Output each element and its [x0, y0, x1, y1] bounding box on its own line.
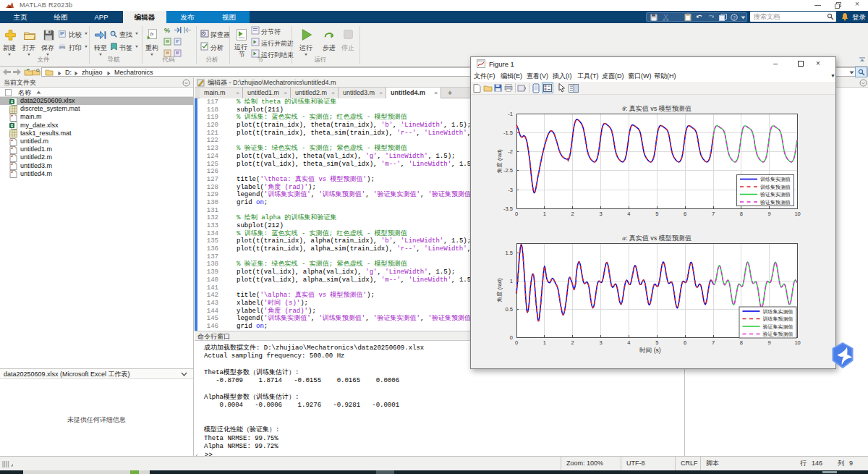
- svg-text:6: 6: [684, 211, 686, 217]
- svg-text:8: 8: [740, 339, 743, 346]
- svg-text:9: 9: [768, 211, 771, 217]
- svg-text:4: 4: [627, 339, 630, 346]
- svg-text:1: 1: [543, 211, 546, 217]
- svg-text:7: 7: [712, 339, 715, 346]
- svg-text:?: ?: [733, 15, 736, 20]
- svg-text:1.5: 1.5: [506, 250, 513, 256]
- svg-text:0.5: 0.5: [506, 306, 513, 313]
- svg-text:5: 5: [655, 211, 658, 217]
- svg-text:2: 2: [571, 339, 574, 346]
- svg-text:角度 (rad): 角度 (rad): [496, 278, 503, 302]
- svg-text:验证集预测值: 验证集预测值: [763, 331, 793, 337]
- svg-text:训练集实测值: 训练集实测值: [763, 309, 793, 315]
- svg-text:5: 5: [655, 339, 658, 346]
- svg-text:训练集预测值: 训练集预测值: [760, 185, 791, 190]
- svg-text:3: 3: [600, 339, 603, 346]
- svg-text:2: 2: [571, 211, 574, 217]
- svg-text:验证集预测值: 验证集预测值: [760, 200, 791, 206]
- svg-text:-3: -3: [508, 187, 513, 193]
- svg-text:7: 7: [712, 211, 715, 217]
- svg-text:8: 8: [740, 211, 743, 217]
- svg-text:验证集实测值: 验证集实测值: [763, 324, 793, 330]
- svg-text:3: 3: [600, 211, 603, 217]
- svg-text:1: 1: [510, 278, 513, 284]
- svg-text:-1.5: -1.5: [503, 130, 513, 136]
- svg-text:-1: -1: [508, 111, 513, 117]
- svg-text:10: 10: [794, 211, 800, 217]
- svg-text:0: 0: [510, 334, 513, 341]
- svg-text:10: 10: [794, 339, 800, 346]
- svg-text:训练集预测值: 训练集预测值: [763, 316, 793, 322]
- svg-text:0: 0: [515, 211, 518, 217]
- svg-text:-3.5: -3.5: [503, 206, 513, 212]
- svg-text:6: 6: [684, 339, 686, 346]
- svg-text:验证集实测值: 验证集实测值: [760, 192, 791, 198]
- svg-text:1: 1: [543, 339, 546, 346]
- svg-text:fx: fx: [150, 31, 154, 36]
- svg-text:θ: 真实值 vs 模型预测值: θ: 真实值 vs 模型预测值: [622, 105, 691, 112]
- svg-text:时间 (s): 时间 (s): [639, 347, 660, 354]
- svg-text:0: 0: [515, 339, 518, 346]
- svg-text:角度 (rad): 角度 (rad): [496, 149, 503, 173]
- svg-text:α: 真实值 vs 模型预测值: α: 真实值 vs 模型预测值: [622, 234, 692, 242]
- svg-text:训练集实测值: 训练集实测值: [760, 177, 791, 182]
- svg-text:-2.5: -2.5: [503, 167, 513, 174]
- svg-text:4: 4: [627, 211, 630, 217]
- svg-text:-2: -2: [508, 148, 513, 155]
- svg-text:9: 9: [768, 339, 771, 346]
